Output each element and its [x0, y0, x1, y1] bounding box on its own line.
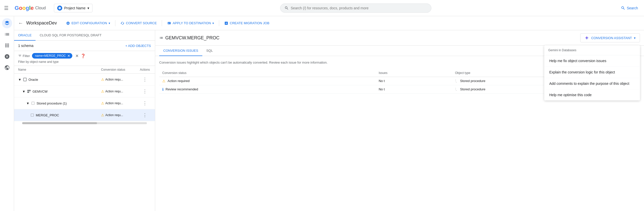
search-button-icon [621, 6, 625, 10]
tab-sql[interactable]: SQL [202, 46, 217, 56]
back-button[interactable]: ← [18, 20, 23, 26]
left-tabs-header: ORACLE CLOUD SQL FOR POSTGRESQL DRAFT [14, 30, 155, 41]
table-row[interactable]: MERGE_PROC ⚠ Action requ... ⋮ [14, 109, 155, 121]
chevron-stored-proc: ▼ [26, 101, 29, 105]
apply-dest-chevron: ▾ [212, 21, 214, 25]
col-actions-header: Actions [139, 68, 151, 71]
search-input[interactable] [291, 6, 427, 10]
oracle-name: Oracle [28, 78, 38, 82]
conv-row-issues-1: No t [376, 77, 452, 85]
hamburger-icon[interactable]: ☰ [4, 5, 9, 11]
project-selector[interactable]: Project Name ▾ [54, 4, 93, 12]
chevron-gemvcw: ▼ [22, 90, 25, 93]
schema-count: 1 schema [18, 44, 34, 48]
table-row[interactable]: ▼ Oracle ⚠ Action requ... ⋮ [14, 74, 155, 86]
dropdown-item-3[interactable]: Help me optimise this code [544, 89, 640, 100]
filter-icon [18, 54, 22, 58]
search-bar [280, 4, 431, 13]
filter-row: Filter name=MERGE_PROC ✕ ✕ ❓ [18, 53, 151, 59]
obj-type-icon-1 [455, 79, 459, 83]
conv-assist-chevron: ▾ [634, 36, 636, 40]
tab-cloud-sql[interactable]: CLOUD SQL FOR POSTGRESQL DRAFT [36, 30, 105, 41]
edit-config-chevron: ▾ [109, 21, 110, 25]
row-name-gemvcw: ▼ GEMVCW [22, 89, 101, 93]
gemini-sparkle-icon [585, 36, 589, 40]
table-row[interactable]: ▼ GEMVCW ⚠ Action requ... ⋮ [14, 86, 155, 97]
sidebar-item-flow[interactable] [2, 51, 12, 62]
conv-row-status-2: ℹ Review recommended [159, 85, 376, 93]
oracle-actions: ⋮ [139, 76, 151, 83]
create-migration-job-button[interactable]: CREATE MIGRATION JOB [221, 19, 272, 27]
logo-google: Google [15, 5, 34, 11]
svg-rect-1 [23, 78, 26, 81]
sidebar-item-grid[interactable] [2, 40, 12, 50]
dropdown-item-1[interactable]: Explain the conversion logic for this ob… [544, 67, 640, 78]
table-row[interactable]: ▼ Stored procedure (1) ⚠ Action requ... … [14, 97, 155, 109]
project-avatar [57, 6, 62, 11]
table-header: Name Conversion status Actions [14, 66, 155, 74]
convert-source-button[interactable]: CONVERT SOURCE [117, 19, 160, 27]
horizontal-scrollbar[interactable] [22, 122, 147, 124]
project-name: Project Name [64, 6, 86, 10]
google-cloud-logo: Google Cloud [15, 5, 46, 11]
conversion-assistant-button[interactable]: CONVERSION ASSISTANT ▾ [580, 33, 640, 42]
filter-chip-text: name=MERGE_PROC [35, 54, 66, 58]
dropdown-item-2[interactable]: Add comments to explain the purpose of t… [544, 78, 640, 89]
warning-icon-stored-proc: ⚠ [101, 101, 104, 105]
edit-configuration-button[interactable]: EDIT CONFIGURATION ▾ [63, 19, 113, 27]
filter-help-button[interactable]: ❓ [81, 54, 86, 58]
tree-table: Name Conversion status Actions ▼ Oracle … [14, 66, 155, 211]
sidebar-icons [0, 16, 14, 211]
stored-proc-more-button[interactable]: ⋮ [142, 99, 148, 107]
dropdown-item-0[interactable]: Help me fix object conversion issues [544, 55, 640, 67]
convert-source-label: CONVERT SOURCE [126, 21, 157, 25]
toolbar-divider-3 [219, 20, 219, 26]
row-name-merge-proc: MERGE_PROC [30, 113, 101, 117]
filter-chip-close[interactable]: ✕ [67, 54, 70, 58]
object-name: GEMVCW.MERGE_PROC [159, 35, 219, 41]
panels: ORACLE CLOUD SQL FOR POSTGRESQL DRAFT 1 … [14, 30, 644, 211]
secondary-toolbar: ← WorkspaceDev EDIT CONFIGURATION ▾ CONV… [14, 16, 644, 30]
filter-clear-button[interactable]: ✕ [75, 54, 79, 58]
edit-configuration-label: EDIT CONFIGURATION [72, 21, 107, 25]
tab-conversion-issues[interactable]: CONVERSION ISSUES [159, 46, 202, 56]
warning-icon-row1: ⚠ [162, 79, 166, 83]
merge-proc-actions: ⋮ [139, 111, 151, 119]
row-name-stored-proc: ▼ Stored procedure (1) [26, 101, 101, 105]
toolbar-divider-2 [162, 20, 162, 26]
filter-chip: name=MERGE_PROC ✕ [32, 53, 72, 59]
toolbar-divider-1 [115, 20, 115, 26]
oracle-icon [23, 77, 27, 82]
merge-proc-more-button[interactable]: ⋮ [142, 111, 148, 119]
left-panel: ORACLE CLOUD SQL FOR POSTGRESQL DRAFT 1 … [14, 30, 155, 211]
sidebar-item-globe[interactable] [2, 63, 12, 73]
col-status-header: Conversion status [101, 68, 139, 71]
grid-icon [167, 21, 171, 25]
add-objects-button[interactable]: + ADD OBJECTS [125, 44, 151, 48]
sidebar-item-layers[interactable] [2, 18, 12, 28]
right-panel-header: GEMVCW.MERGE_PROC CONVERSION ASSISTANT ▾ [155, 30, 644, 46]
app-layout: ← WorkspaceDev EDIT CONFIGURATION ▾ CONV… [0, 16, 644, 211]
search-icon-nav [284, 6, 289, 10]
search-button[interactable]: Search [619, 5, 640, 11]
merge-proc-icon [30, 113, 34, 117]
gear-icon [66, 21, 70, 25]
filter-label: Filter [18, 54, 30, 58]
schema-header: 1 schema + ADD OBJECTS [14, 41, 155, 51]
plus-box-icon [224, 21, 228, 25]
scroll-thumb [22, 122, 97, 124]
create-migration-label: CREATE MIGRATION JOB [230, 21, 269, 25]
sidebar-item-list[interactable] [2, 29, 12, 39]
schema-icon [27, 89, 31, 93]
tab-oracle[interactable]: ORACLE [14, 30, 36, 41]
gemvcw-name: GEMVCW [33, 90, 48, 93]
apply-to-destination-button[interactable]: APPLY TO DESTINATION ▾ [164, 19, 217, 27]
oracle-more-button[interactable]: ⋮ [142, 76, 148, 83]
conversion-assistant-label: CONVERSION ASSISTANT [591, 36, 632, 40]
gemvcw-more-button[interactable]: ⋮ [142, 88, 148, 95]
chevron-oracle: ▼ [18, 78, 21, 82]
gemvcw-actions: ⋮ [139, 88, 151, 95]
col-name-header: Name [18, 68, 101, 71]
warning-icon-merge-proc: ⚠ [101, 113, 104, 117]
search-button-label: Search [627, 6, 638, 10]
